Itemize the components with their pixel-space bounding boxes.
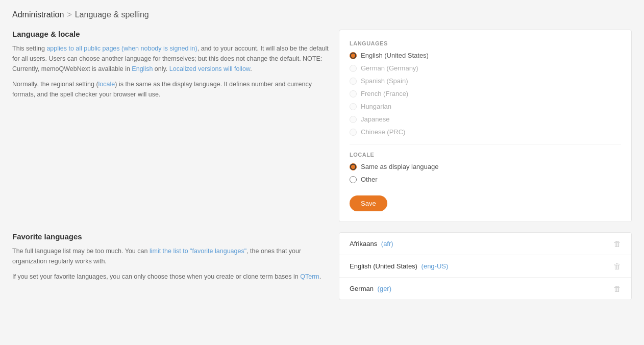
lang-ja[interactable]: Japanese [350, 115, 621, 123]
lang-hu[interactable]: Hungarian [350, 103, 621, 110]
lang-ja-label: Japanese [361, 115, 389, 123]
fav-lang-afrikaans-name: Afrikaans (afr) [350, 240, 393, 248]
locale-other[interactable]: Other [350, 176, 621, 183]
breadcrumb-current: Language & spelling [75, 10, 149, 19]
locale-label: LOCALE [350, 152, 621, 158]
favorite-languages-desc1: The full language list may be too much. … [12, 246, 329, 266]
locale-same-label: Same as display language [361, 163, 439, 170]
delete-afrikaans-icon[interactable]: 🗑 [613, 240, 621, 248]
fav-lang-english-us: English (United States) (eng-US) 🗑 [339, 255, 631, 278]
lang-fr-FR-label: French (France) [361, 90, 408, 97]
fav-lang-german-name: German (ger) [350, 285, 391, 292]
lang-es-ES-label: Spanish (Spain) [361, 77, 408, 85]
language-locale-desc1: This setting applies to all public pages… [12, 43, 329, 74]
language-locale-title: Language & locale [12, 30, 329, 38]
fav-lang-english-us-code: (eng-US) [422, 262, 449, 270]
favorite-languages-title: Favorite languages [12, 232, 329, 241]
language-locale-desc2: Normally, the regional setting (locale) … [12, 79, 329, 100]
language-locale-left: Language & locale This setting applies t… [12, 30, 329, 222]
lang-fr-FR-radio[interactable] [350, 90, 357, 97]
languages-radio-group: English (United States) German (Germany)… [350, 52, 621, 136]
breadcrumb: Administration > Language & spelling [12, 10, 632, 19]
fav-lang-german: German (ger) 🗑 [339, 278, 631, 300]
language-locale-section: Language & locale This setting applies t… [12, 30, 632, 222]
locale-same-radio[interactable] [350, 163, 357, 170]
fav-lang-afrikaans-code: (afr) [381, 240, 393, 248]
breadcrumb-separator: > [67, 10, 71, 19]
lang-fr-FR[interactable]: French (France) [350, 90, 621, 97]
favorite-languages-left: Favorite languages The full language lis… [12, 232, 329, 300]
locale-other-label: Other [361, 176, 378, 183]
lang-hu-radio[interactable] [350, 103, 357, 110]
lang-es-ES[interactable]: Spanish (Spain) [350, 77, 621, 85]
lang-de-DE[interactable]: German (Germany) [350, 64, 621, 72]
lang-zh-CN-label: Chinese (PRC) [361, 128, 405, 136]
lang-en-US-radio[interactable] [350, 52, 357, 59]
divider [350, 144, 621, 144]
favorite-languages-desc2: If you set your favorite languages, you … [12, 272, 329, 282]
lang-zh-CN-radio[interactable] [350, 129, 357, 136]
save-button[interactable]: Save [350, 195, 387, 211]
lang-de-DE-label: German (Germany) [361, 64, 418, 72]
locale-other-radio[interactable] [350, 176, 357, 183]
delete-german-icon[interactable]: 🗑 [613, 285, 621, 292]
lang-en-US[interactable]: English (United States) [350, 52, 621, 59]
favorite-languages-section: Favorite languages The full language lis… [12, 232, 632, 300]
delete-english-us-icon[interactable]: 🗑 [613, 262, 621, 270]
locale-same[interactable]: Same as display language [350, 163, 621, 170]
lang-en-US-label: English (United States) [361, 52, 429, 59]
languages-label: LANGUAGES [350, 40, 621, 46]
breadcrumb-admin: Administration [12, 10, 64, 19]
lang-de-DE-radio[interactable] [350, 65, 357, 72]
fav-lang-english-us-name: English (United States) (eng-US) [350, 262, 448, 270]
favorite-languages-right: Afrikaans (afr) 🗑 English (United States… [339, 232, 632, 300]
lang-es-ES-radio[interactable] [350, 78, 357, 85]
fav-lang-afrikaans: Afrikaans (afr) 🗑 [339, 233, 631, 255]
lang-ja-radio[interactable] [350, 116, 357, 123]
lang-hu-label: Hungarian [361, 103, 391, 110]
language-locale-right: LANGUAGES English (United States) German… [339, 30, 632, 222]
lang-zh-CN[interactable]: Chinese (PRC) [350, 128, 621, 136]
locale-radio-group: Same as display language Other [350, 163, 621, 183]
fav-lang-german-code: (ger) [378, 285, 391, 292]
